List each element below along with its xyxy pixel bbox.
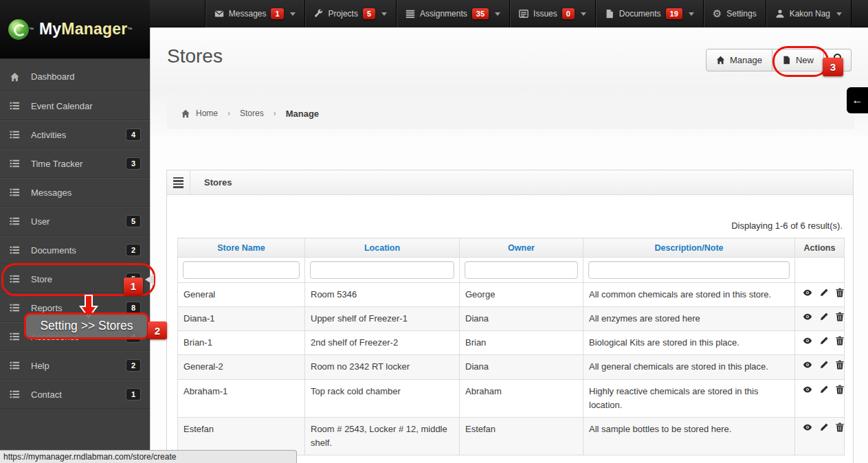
- nav-projects[interactable]: Projects 5: [304, 0, 396, 27]
- panel-header: Stores: [167, 170, 853, 195]
- sidebar-item-label: Event Calendar: [31, 101, 140, 111]
- sidebar-item-event-calendar[interactable]: Event Calendar: [0, 91, 150, 120]
- brand-manager: Manager: [61, 20, 127, 38]
- cell-owner: Brian: [460, 331, 583, 355]
- delete-trash-icon[interactable]: [835, 360, 845, 370]
- projects-count-badge: 5: [363, 8, 375, 19]
- browser-status-bar: https://mymanager.rndlabman.com/store/cr…: [0, 450, 297, 463]
- sidebar-item-user[interactable]: User 5: [0, 207, 150, 236]
- manage-button[interactable]: Manage: [706, 49, 772, 71]
- wrench-icon: [314, 9, 324, 19]
- chevron-down-icon: [581, 12, 586, 16]
- cell-description: All general chemicals are stored in this…: [583, 355, 795, 379]
- table-row: Diana-1 Upper shelf of Freezer-1 Diana A…: [178, 307, 845, 331]
- breadcrumb-stores[interactable]: Stores: [240, 109, 264, 118]
- sort-link-description[interactable]: Description/Note: [654, 243, 723, 253]
- update-pencil-icon[interactable]: [819, 288, 829, 297]
- nav-issues-label: Issues: [533, 9, 557, 19]
- table-row: Brian-1 2nd shelf of Freezer-2 Brian Bio…: [178, 331, 845, 355]
- sort-link-location[interactable]: Location: [364, 243, 400, 253]
- sidebar-item-dashboard[interactable]: Dashboard: [0, 63, 150, 91]
- view-eye-icon[interactable]: [803, 336, 812, 346]
- column-header-owner[interactable]: Owner: [460, 238, 583, 258]
- sort-link-store-name[interactable]: Store Name: [217, 243, 265, 253]
- cell-description: Highly reactive chemicals are stored in …: [583, 379, 795, 417]
- delete-trash-icon[interactable]: [835, 385, 845, 394]
- filter-description-input[interactable]: [588, 261, 790, 279]
- hamburger-icon: [173, 176, 183, 190]
- breadcrumb-zone: Home › Stores › Manage: [151, 89, 868, 136]
- list-icon: [10, 159, 21, 168]
- update-pencil-icon[interactable]: [819, 312, 829, 321]
- sidebar-item-documents[interactable]: Documents 2: [0, 236, 150, 264]
- sidebar-item-time-tracker[interactable]: Time Tracker 3: [0, 149, 150, 178]
- panel-collapse-tab[interactable]: ←: [847, 87, 868, 113]
- breadcrumb-home[interactable]: Home: [196, 109, 218, 118]
- file-icon: [605, 9, 614, 19]
- delete-trash-icon[interactable]: [835, 422, 845, 432]
- cell-actions: [795, 379, 845, 417]
- brand-my: My: [39, 20, 61, 38]
- column-header-location[interactable]: Location: [305, 238, 460, 258]
- column-header-store-name[interactable]: Store Name: [178, 238, 305, 258]
- delete-trash-icon[interactable]: [835, 336, 845, 346]
- sidebar-item-label: Messages: [31, 188, 140, 198]
- sort-link-owner[interactable]: Owner: [508, 243, 535, 253]
- breadcrumb-manage: Manage: [286, 109, 319, 119]
- grid-summary: Displaying 1-6 of 6 result(s).: [177, 221, 843, 231]
- filter-owner-input[interactable]: [465, 261, 578, 279]
- table-row: General Room 5346 George All common chem…: [178, 283, 845, 307]
- update-pencil-icon[interactable]: [819, 422, 829, 432]
- view-eye-icon[interactable]: [803, 288, 812, 297]
- brand-snail-icon: [8, 19, 29, 40]
- annotation-circle-new-button: [772, 46, 829, 77]
- chevron-down-icon: [689, 12, 694, 16]
- sidebar-item-messages[interactable]: Messages: [0, 178, 150, 207]
- stores-table: Store Name Location Owner Description/No…: [177, 238, 845, 455]
- documents-count-badge: 19: [666, 8, 682, 19]
- app-logo[interactable]: ™ MyManager ™: [0, 0, 150, 59]
- status-url: https://mymanager.rndlabman.com/store/cr…: [3, 452, 176, 462]
- trademark-symbol: ™: [127, 27, 132, 32]
- delete-trash-icon[interactable]: [835, 288, 845, 297]
- sidebar-item-contact[interactable]: Contact 1: [0, 380, 150, 409]
- filter-location-input[interactable]: [310, 261, 454, 279]
- nav-documents[interactable]: Documents 19: [595, 0, 703, 27]
- cell-owner: Diana: [460, 307, 583, 331]
- update-pencil-icon[interactable]: [819, 385, 829, 394]
- nav-assignments[interactable]: Assignments 35: [396, 0, 509, 27]
- cell-location: Room no 2342 RT locker: [305, 355, 460, 379]
- nav-messages[interactable]: Messages 1: [205, 0, 304, 27]
- sidebar-item-label: User: [31, 216, 126, 227]
- filter-store-name-input[interactable]: [183, 261, 300, 279]
- nav-issues[interactable]: Issues 0: [509, 0, 595, 27]
- nav-user-menu[interactable]: Kakon Nag: [766, 0, 852, 27]
- sidebar: Dashboard Event Calendar Activities 4 Ti…: [0, 59, 150, 463]
- view-eye-icon[interactable]: [803, 422, 812, 432]
- breadcrumb: Home › Stores › Manage: [167, 98, 854, 129]
- page-header: Stores Manage New: [151, 27, 868, 89]
- nav-settings[interactable]: ⚙ Settings: [703, 0, 766, 27]
- update-pencil-icon[interactable]: [819, 336, 829, 346]
- panel-menu-button[interactable]: [167, 170, 190, 194]
- column-header-description[interactable]: Description/Note: [583, 238, 795, 258]
- list-icon: [10, 130, 21, 139]
- sidebar-item-activities[interactable]: Activities 4: [0, 120, 150, 149]
- annotation-step-2-badge: 2: [148, 321, 167, 339]
- sidebar-item-help[interactable]: Help 2: [0, 351, 150, 380]
- cell-store-name: Abraham-1: [178, 379, 305, 417]
- cell-owner: Estefan: [460, 417, 583, 455]
- user-count-badge: 5: [126, 216, 140, 227]
- cell-owner: Abraham: [460, 379, 583, 417]
- view-eye-icon[interactable]: [803, 360, 812, 370]
- delete-trash-icon[interactable]: [835, 312, 845, 321]
- stores-panel: Stores Displaying 1-6 of 6 result(s). St…: [166, 170, 854, 463]
- breadcrumb-separator: ›: [274, 109, 276, 118]
- view-eye-icon[interactable]: [803, 385, 812, 394]
- view-eye-icon[interactable]: [803, 312, 812, 321]
- help-count-badge: 2: [126, 360, 140, 371]
- chevron-down-icon: [290, 12, 296, 16]
- update-pencil-icon[interactable]: [819, 360, 829, 370]
- time-tracker-count-badge: 3: [126, 158, 140, 169]
- list-icon: [10, 245, 21, 255]
